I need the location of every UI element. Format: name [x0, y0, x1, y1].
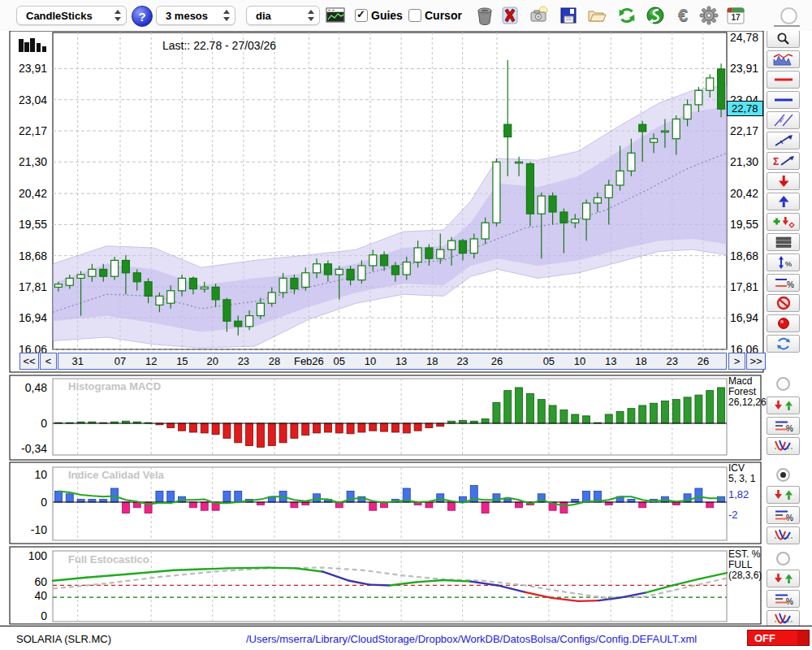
calendar-icon: 17 — [726, 6, 745, 25]
euro-button[interactable]: € — [673, 6, 693, 25]
svg-text:%: % — [786, 514, 793, 522]
mini-chart-button[interactable] — [326, 6, 345, 25]
red-line-icon — [771, 72, 796, 87]
nav-date-label: 20 — [206, 355, 218, 367]
channel-icon — [771, 113, 796, 128]
zoom-tool-button[interactable] — [767, 30, 800, 48]
icv-percent-button[interactable]: % — [767, 506, 800, 524]
help-icon[interactable]: ? — [132, 6, 153, 27]
record-radio[interactable] — [780, 7, 797, 24]
nav-dates-strip[interactable] — [58, 353, 727, 370]
trash-icon — [476, 6, 494, 25]
svg-text:19,55: 19,55 — [19, 218, 47, 231]
toolbar: CandleSticks ? 3 mesos dia Guies Cursor — [0, 0, 812, 31]
forbidden-button[interactable] — [767, 294, 800, 312]
cursor-checkbox[interactable] — [408, 9, 421, 22]
interval-select[interactable]: dia — [246, 6, 320, 25]
percent-lines-icon: % — [771, 275, 796, 290]
icv-arrows-button[interactable] — [767, 486, 800, 504]
nav-date-label: 23 — [238, 355, 249, 367]
trash-button[interactable] — [475, 6, 495, 25]
svg-text:17: 17 — [731, 13, 741, 22]
svg-text:23,91: 23,91 — [730, 62, 758, 75]
swap-arrows-button[interactable] — [767, 335, 800, 353]
config-path-label: /Users/mserra/Library/CloudStorage/Dropb… — [246, 633, 697, 645]
stoch-panel-radio[interactable] — [776, 552, 790, 566]
histogram-style-icon[interactable] — [18, 36, 47, 57]
off-toggle-button[interactable]: OFF — [747, 630, 810, 646]
trendline-icon — [771, 133, 796, 148]
nav-next-button[interactable]: > — [728, 353, 745, 370]
refresh-button[interactable] — [617, 6, 637, 25]
nav-prev-button[interactable]: < — [40, 353, 57, 370]
add-marker-button[interactable] — [767, 213, 800, 231]
svg-text:21,30: 21,30 — [730, 155, 758, 168]
icv-curves-button[interactable] — [767, 526, 800, 544]
sync-button[interactable] — [646, 6, 665, 25]
macd-panel-title: Histograma MACD — [68, 380, 161, 392]
svg-text:18,68: 18,68 — [19, 249, 47, 262]
macd-percent-button[interactable]: % — [767, 417, 800, 435]
nav-date-label: 05 — [543, 355, 555, 367]
nav-last-button[interactable]: >> — [746, 353, 766, 370]
vertical-percent-button[interactable]: % — [767, 254, 800, 271]
svg-text:17,81: 17,81 — [19, 280, 47, 293]
svg-text:19,55: 19,55 — [730, 218, 758, 231]
calendar-button[interactable]: 17 — [726, 6, 745, 25]
volume-chart-button[interactable] — [767, 50, 800, 68]
crossing-curves-icon — [773, 528, 794, 543]
chart-type-select[interactable]: CandleSticks — [16, 6, 127, 25]
percent-lines-icon: % — [773, 508, 794, 522]
nav-first-button[interactable]: << — [19, 353, 39, 370]
percent-lines-button[interactable]: % — [767, 274, 800, 292]
sell-arrow-button[interactable] — [767, 172, 800, 190]
svg-text:23,04: 23,04 — [19, 93, 47, 106]
channel-tool-button[interactable] — [767, 111, 800, 129]
svg-text:0: 0 — [41, 609, 47, 622]
delete-button[interactable] — [500, 6, 520, 25]
buy-arrow-button[interactable] — [767, 193, 800, 210]
svg-text:22,17: 22,17 — [730, 124, 758, 137]
sync-globe-icon — [646, 6, 665, 25]
trendline-tool-button[interactable] — [767, 132, 800, 150]
blue-line-icon — [771, 93, 796, 107]
arrow-down-red-icon — [771, 174, 796, 188]
svg-text:Σ: Σ — [773, 156, 779, 167]
svg-text:23,91: 23,91 — [19, 62, 47, 75]
period-select[interactable]: 3 mesos — [156, 6, 235, 25]
svg-text:22,17: 22,17 — [19, 124, 47, 137]
stoch-params-label: EST. % FULL (28,3,6) — [728, 549, 762, 581]
icv-panel-radio[interactable] — [776, 468, 790, 482]
swap-arrows-icon — [771, 336, 796, 351]
svg-text:16,94: 16,94 — [730, 311, 758, 324]
record-dot-button[interactable] — [767, 314, 800, 332]
levels-button[interactable] — [767, 233, 800, 251]
snapshot-button[interactable] — [529, 6, 549, 25]
open-button[interactable] — [587, 6, 607, 25]
guies-checkbox[interactable] — [355, 9, 368, 22]
chart-type-value: CandleSticks — [26, 10, 93, 22]
stoch-percent-button[interactable]: % — [767, 590, 800, 608]
nav-date-label: 26 — [491, 355, 503, 367]
macd-arrows-button[interactable] — [767, 396, 800, 414]
arrow-up-blue-icon — [771, 194, 796, 209]
stoch-arrows-button[interactable] — [767, 570, 800, 587]
svg-text:17,81: 17,81 — [730, 280, 758, 293]
chevron-updown-icon — [114, 10, 122, 21]
svg-text:%: % — [785, 260, 792, 268]
symbol-label: SOLARIA (SLR.MC) — [16, 633, 111, 645]
svg-text:0: 0 — [41, 496, 47, 509]
save-button[interactable] — [559, 6, 578, 25]
sigma-trendline-button[interactable]: Σ — [767, 152, 800, 170]
percent-lines-icon: % — [773, 418, 794, 433]
sigma-trendline-icon: Σ — [771, 154, 796, 168]
settings-button[interactable] — [699, 6, 719, 25]
guies-label: Guies — [371, 9, 403, 22]
red-line-button[interactable] — [767, 71, 800, 89]
blue-line-button[interactable] — [767, 91, 800, 109]
macd-panel-radio[interactable] — [776, 377, 790, 391]
svg-text:24,78: 24,78 — [730, 31, 758, 44]
charts-canvas: 23,9123,0422,1721,3020,4219,5518,6817,81… — [0, 0, 812, 650]
macd-curves-button[interactable] — [767, 437, 800, 455]
up-down-arrows-icon — [773, 398, 794, 413]
